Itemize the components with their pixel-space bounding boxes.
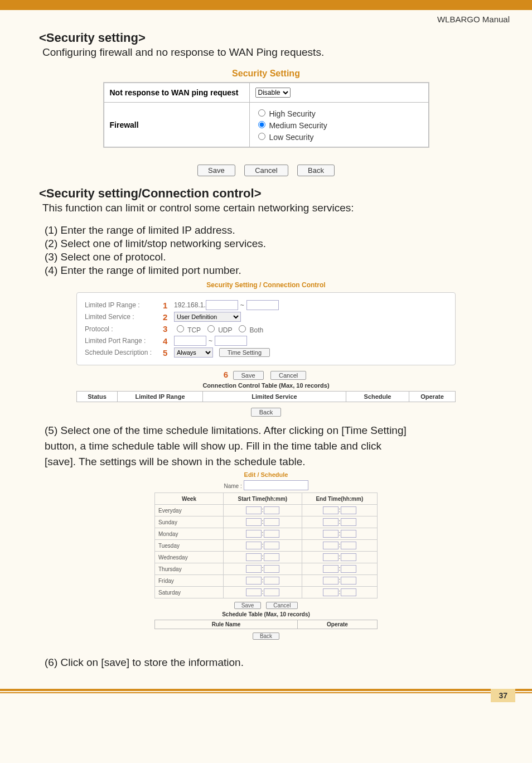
section-security-desc: Configuring firewall and no response to … xyxy=(42,46,493,59)
step-1: (1) Enter the range of limited IP addres… xyxy=(45,224,493,236)
step-4: (4) Enter the range of limited port numb… xyxy=(45,264,493,277)
th-ip-range: Limited IP Range xyxy=(118,392,203,402)
wan-ping-label: Not response to WAN ping request xyxy=(104,83,249,103)
cc-table-caption: Connection Control Table (Max, 10 record… xyxy=(76,382,456,389)
sched-cancel-button[interactable]: Cancel xyxy=(266,602,298,609)
th-rule-name: Rule Name xyxy=(155,620,298,629)
time-input[interactable] xyxy=(264,542,279,549)
wan-ping-select[interactable]: Disable xyxy=(255,88,291,98)
time-input[interactable] xyxy=(341,506,356,514)
step-5-line3: [save]. The settings will be shown in th… xyxy=(45,456,493,468)
cc-title: Security Setting / Connection Control xyxy=(76,281,456,292)
limited-service-label: Limited Service : xyxy=(85,313,163,321)
day-row: Sunday:: xyxy=(155,516,378,528)
step-3: (3) Select one of protocol. xyxy=(45,251,493,263)
time-input[interactable] xyxy=(341,577,356,585)
port-start-input[interactable] xyxy=(174,336,206,346)
callout-4: 4 xyxy=(163,336,174,346)
ip-start-input[interactable] xyxy=(206,300,238,310)
time-input[interactable] xyxy=(246,565,262,573)
save-button[interactable]: Save xyxy=(197,165,235,176)
protocol-tcp[interactable]: TCP xyxy=(174,323,201,334)
th-operate: Operate xyxy=(409,392,456,402)
time-setting-button[interactable]: Time Setting xyxy=(219,348,270,357)
callout-1: 1 xyxy=(163,301,174,310)
time-input[interactable] xyxy=(323,577,338,585)
time-input[interactable] xyxy=(341,565,356,573)
callout-3: 3 xyxy=(163,324,174,334)
time-input[interactable] xyxy=(323,506,338,514)
ip-end-input[interactable] xyxy=(246,300,279,310)
step-5-line1: (5) Select one of the time schedule limi… xyxy=(45,424,493,437)
firewall-high-option[interactable]: High Security xyxy=(255,107,423,119)
time-input[interactable] xyxy=(341,588,356,596)
day-row: Tuesday:: xyxy=(155,540,378,552)
time-input[interactable] xyxy=(341,530,356,538)
cc-save-button[interactable]: Save xyxy=(233,371,264,380)
connection-control-table: Status Limited IP Range Limited Service … xyxy=(76,391,456,402)
time-input[interactable] xyxy=(264,518,279,526)
time-input[interactable] xyxy=(323,565,338,573)
section-security-heading: <Security setting> xyxy=(39,31,493,45)
time-input[interactable] xyxy=(246,588,262,596)
time-input[interactable] xyxy=(264,577,279,585)
firewall-low-option[interactable]: Low Security xyxy=(255,131,423,142)
section-cc-heading: <Security setting/Connection control> xyxy=(39,186,493,201)
cc-cancel-button[interactable]: Cancel xyxy=(270,371,306,380)
th-schedule: Schedule xyxy=(346,392,409,402)
schedule-desc-label: Schedule Description : xyxy=(85,349,163,356)
time-input[interactable] xyxy=(323,518,338,526)
edit-schedule-figure: Edit / Schedule Name : Week Start Time(h… xyxy=(154,471,378,640)
day-row: Thursday:: xyxy=(155,563,378,575)
day-row: Saturday:: xyxy=(155,587,378,598)
time-input[interactable] xyxy=(264,530,279,538)
schedule-week-table: Week Start Time(hh:mm) End Time(hh:mm) E… xyxy=(154,492,378,598)
sched-back-button[interactable]: Back xyxy=(253,632,279,640)
tilde-icon-2: ~ xyxy=(206,337,215,345)
time-input[interactable] xyxy=(323,553,338,561)
th-start-time: Start Time(hh:mm) xyxy=(224,493,302,505)
time-input[interactable] xyxy=(323,530,338,538)
time-input[interactable] xyxy=(341,553,356,561)
firewall-medium-option[interactable]: Medium Security xyxy=(255,119,423,131)
th-status: Status xyxy=(77,392,118,402)
day-row: Everyday:: xyxy=(155,505,378,516)
time-input[interactable] xyxy=(246,577,262,585)
callout-5: 5 xyxy=(163,348,174,358)
th-week: Week xyxy=(155,493,224,505)
sched-save-button[interactable]: Save xyxy=(234,602,262,609)
th-end-time: End Time(hh:mm) xyxy=(302,493,377,505)
time-input[interactable] xyxy=(323,542,338,549)
sched-name-input[interactable] xyxy=(244,480,308,490)
cancel-button[interactable]: Cancel xyxy=(244,165,288,176)
top-orange-bar xyxy=(0,0,532,10)
th-sched-operate: Operate xyxy=(298,620,378,629)
port-end-input[interactable] xyxy=(215,336,247,346)
back-button[interactable]: Back xyxy=(297,165,335,176)
protocol-both[interactable]: Both xyxy=(236,323,263,334)
time-input[interactable] xyxy=(264,588,279,596)
time-input[interactable] xyxy=(246,518,262,526)
time-input[interactable] xyxy=(246,506,262,514)
limited-ip-label: Limited IP Range : xyxy=(85,301,163,309)
time-input[interactable] xyxy=(323,588,338,596)
th-service: Limited Service xyxy=(203,392,346,402)
time-input[interactable] xyxy=(246,542,262,549)
callout-2: 2 xyxy=(163,312,174,322)
service-select[interactable]: User Definition xyxy=(174,312,241,322)
time-input[interactable] xyxy=(246,553,262,561)
day-row: Monday:: xyxy=(155,528,378,540)
time-input[interactable] xyxy=(264,506,279,514)
time-input[interactable] xyxy=(264,565,279,573)
footer-band: 37 xyxy=(0,689,532,702)
page-number: 37 xyxy=(491,689,515,702)
firewall-label: Firewall xyxy=(104,103,249,147)
schedule-select[interactable]: Always xyxy=(174,347,213,358)
protocol-udp[interactable]: UDP xyxy=(205,323,233,334)
cc-back-button[interactable]: Back xyxy=(251,408,281,417)
steps-list: (1) Enter the range of limited IP addres… xyxy=(45,224,493,277)
time-input[interactable] xyxy=(341,542,356,549)
time-input[interactable] xyxy=(246,530,262,538)
time-input[interactable] xyxy=(341,518,356,526)
time-input[interactable] xyxy=(264,553,279,561)
